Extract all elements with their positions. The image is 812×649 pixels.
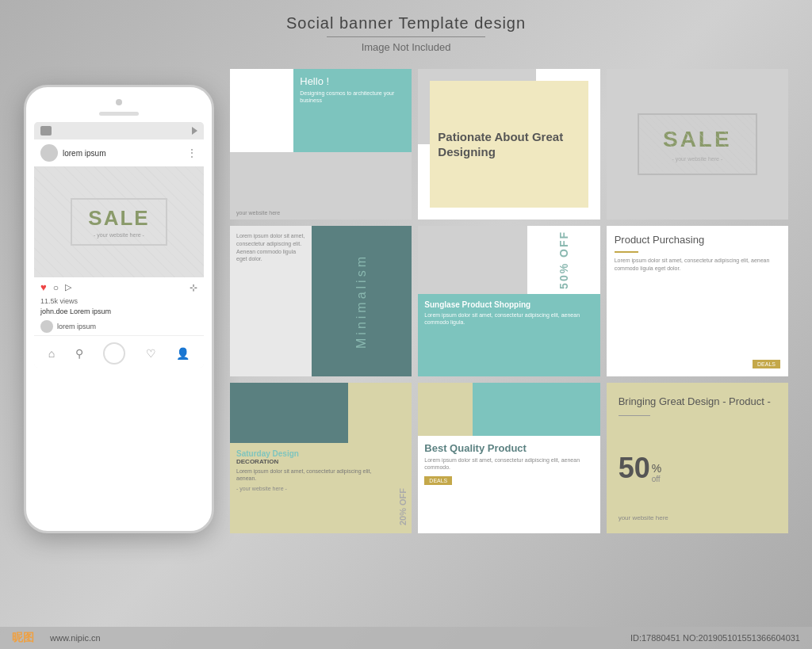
comment-icon[interactable]: ○ xyxy=(53,282,59,293)
card6-divider xyxy=(615,251,638,253)
card6-badge: DEALS xyxy=(753,360,780,368)
phone-actions: ♥ ○ ▷ ⊹ xyxy=(34,277,204,297)
banner-card-5: 50% OFF Sunglase Product Shopping Lorem … xyxy=(418,226,599,376)
card1-website: your website here xyxy=(236,210,280,216)
heart-nav-icon[interactable]: ♡ xyxy=(146,347,156,360)
page-title: Social banner Template design xyxy=(0,14,812,32)
card7-title: Saturday Design xyxy=(236,449,392,458)
phone-screen-top xyxy=(34,122,204,139)
heart-icon[interactable]: ♥ xyxy=(40,281,47,293)
card4-right: Minimalism xyxy=(312,226,412,376)
card8-badge: DEALS xyxy=(424,476,452,485)
card7-website: - your website here - xyxy=(236,486,392,491)
card3-inner: SALE - your website here - xyxy=(638,113,757,175)
card1-desc: Designing cosmos to architecture your bu… xyxy=(300,90,405,104)
card3-website: - your website here - xyxy=(663,156,732,162)
banner-card-1: Hello ! Designing cosmos to architecture… xyxy=(230,69,412,220)
card6-text: Lorem ipsum dolor sit amet, consectetur … xyxy=(615,257,780,273)
filter-icon xyxy=(192,127,197,135)
phone-sale-text: SALE xyxy=(88,206,149,231)
card5-off-block: 50% OFF xyxy=(527,226,600,294)
card9-number: 50 xyxy=(619,454,650,483)
banner-card-6: Product Purchasing Lorem ipsum dolor sit… xyxy=(607,226,788,376)
card8-title: Best Quality Product xyxy=(424,442,593,454)
card9-percent: % xyxy=(652,462,661,475)
phone-sale-box: SALE - your website here - xyxy=(71,198,167,246)
card8-content: Best Quality Product Lorem ipsum dolor s… xyxy=(418,436,599,534)
phone-camera-icon xyxy=(116,99,122,105)
card2-overlay: Pationate About Great Designing xyxy=(430,81,588,208)
banner-card-7: Saturday Design DECORATION Lorem ipsum d… xyxy=(230,383,412,533)
card5-top: 50% OFF xyxy=(418,226,599,294)
more-icon[interactable]: ⋮ xyxy=(186,147,197,158)
banner-card-3: SALE - your website here - xyxy=(607,69,788,220)
card5-bottom: Sunglase Product Shopping Lorem ipsum do… xyxy=(418,294,599,377)
page-header: Social banner Template design Image Not … xyxy=(0,0,812,53)
share-icon[interactable]: ▷ xyxy=(65,282,71,292)
watermark-bar: 昵图 www.nipic.cn ID:17880451 NO:201905101… xyxy=(0,627,812,649)
page-subtitle: Image Not Included xyxy=(0,41,812,53)
phone-post-image: SALE - your website here - xyxy=(34,166,204,277)
card5-off-text: 50% OFF xyxy=(557,231,570,289)
card7-top xyxy=(230,383,412,443)
phone-website: - your website here - xyxy=(88,232,149,238)
phone-nav-bar: ⌂ ⚲ ♡ 👤 xyxy=(34,335,204,368)
card7-subtitle: DECORATION xyxy=(236,458,392,465)
phone-screen: lorem ipsum ⋮ SALE - your website here -… xyxy=(34,122,204,368)
phone-top-bar xyxy=(34,95,204,105)
card5-title: Sunglase Product Shopping xyxy=(424,300,593,309)
card9-website: your website here xyxy=(619,514,776,521)
card9-title: Bringing Great Design - Product - xyxy=(619,395,776,409)
home-nav-icon[interactable]: ⌂ xyxy=(48,347,55,360)
card9-divider xyxy=(619,415,650,416)
card4-left: Lorem ipsum dolor sit amet, consectetur … xyxy=(230,226,312,376)
center-nav-btn[interactable] xyxy=(103,342,125,365)
banner-card-4: Lorem ipsum dolor sit amet, consectetur … xyxy=(230,226,412,376)
main-content: lorem ipsum ⋮ SALE - your website here -… xyxy=(0,53,812,541)
card7-text: Lorem ipsum dolor sit amet, consectetur … xyxy=(236,468,392,482)
phone-mockup: lorem ipsum ⋮ SALE - your website here -… xyxy=(24,85,214,533)
profile-nav-icon[interactable]: 👤 xyxy=(176,347,190,360)
card5-gray-block xyxy=(418,226,527,294)
banner-card-9: Bringing Great Design - Product - 50 % o… xyxy=(607,383,788,533)
phone-views: 11.5k views xyxy=(34,297,204,305)
phone-user-row: lorem ipsum ⋮ xyxy=(34,139,204,166)
card6-title: Product Purchasing xyxy=(615,234,780,247)
phone-caption: john.doe Lorem ipsum xyxy=(34,305,204,318)
search-nav-icon[interactable]: ⚲ xyxy=(75,347,83,360)
camera-icon xyxy=(40,126,52,136)
card4-lorem: Lorem ipsum dolor sit amet, consectetur … xyxy=(236,232,305,263)
card9-sale-section: 50 % off xyxy=(619,454,776,483)
watermark-site: www.nipic.cn xyxy=(50,633,101,643)
card7-content: Saturday Design DECORATION Lorem ipsum d… xyxy=(230,443,412,533)
card8-teal-block xyxy=(473,383,600,436)
card2-text: Pationate About Great Designing xyxy=(438,129,580,160)
card5-desc: Lorem ipsum dolor sit amet, consectetur … xyxy=(424,311,593,326)
phone-username: lorem ipsum xyxy=(63,149,105,158)
card1-greeting: Hello ! xyxy=(300,75,405,87)
banner-card-2: Pationate About Great Designing xyxy=(418,69,599,220)
card7-teal-block xyxy=(230,383,348,443)
avatar xyxy=(40,144,58,162)
card4-vertical-text: Minimalism xyxy=(354,254,369,349)
card2-layout: Pationate About Great Designing xyxy=(418,69,599,220)
watermark-id: ID:17880451 NO:201905101551366604031 xyxy=(630,633,800,643)
card7-off-text: 20% OFF xyxy=(398,488,408,525)
card7-cream-block xyxy=(348,383,412,443)
card8-cream-block xyxy=(418,383,473,436)
card3-sale-text: SALE xyxy=(663,127,732,152)
card1-teal-block: Hello ! Designing cosmos to architecture… xyxy=(293,69,412,152)
watermark-logo: 昵图 xyxy=(12,631,34,645)
card9-off-label: off xyxy=(652,475,661,483)
banner-grid: Hello ! Designing cosmos to architecture… xyxy=(230,69,788,533)
card7-wrap: Saturday Design DECORATION Lorem ipsum d… xyxy=(230,383,412,533)
card8-top xyxy=(418,383,599,436)
banner-card-8: Best Quality Product Lorem ipsum dolor s… xyxy=(418,383,599,533)
commenter-avatar xyxy=(40,320,53,333)
comment-text: lorem ipsum xyxy=(57,323,96,330)
phone-comment-row: lorem ipsum xyxy=(34,318,204,335)
title-divider xyxy=(327,36,485,37)
card8-desc: Lorem ipsum dolor sit amet, consectetur … xyxy=(424,456,593,472)
bookmark-icon[interactable]: ⊹ xyxy=(190,282,197,293)
card1-white-block xyxy=(230,69,293,152)
